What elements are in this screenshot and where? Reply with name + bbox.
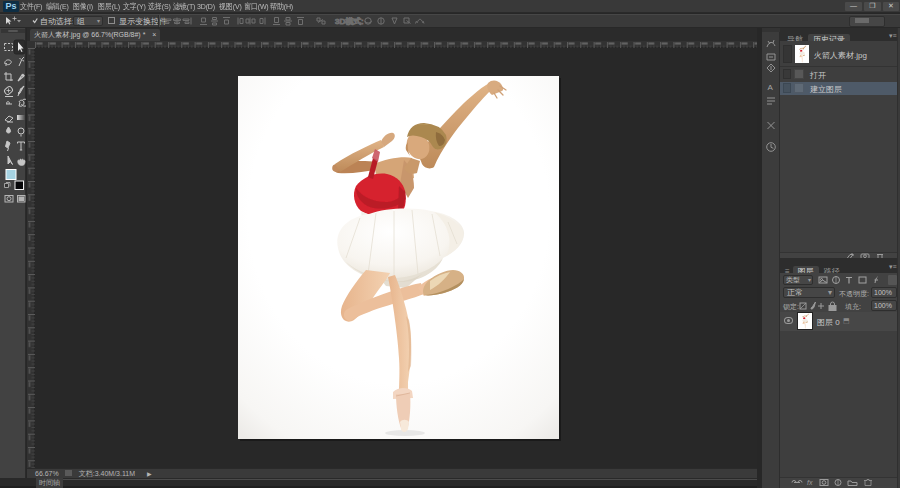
svg-text:fx: fx (807, 479, 813, 486)
svg-text:A: A (768, 83, 774, 92)
svg-text:3D模式:: 3D模式: (335, 17, 363, 26)
